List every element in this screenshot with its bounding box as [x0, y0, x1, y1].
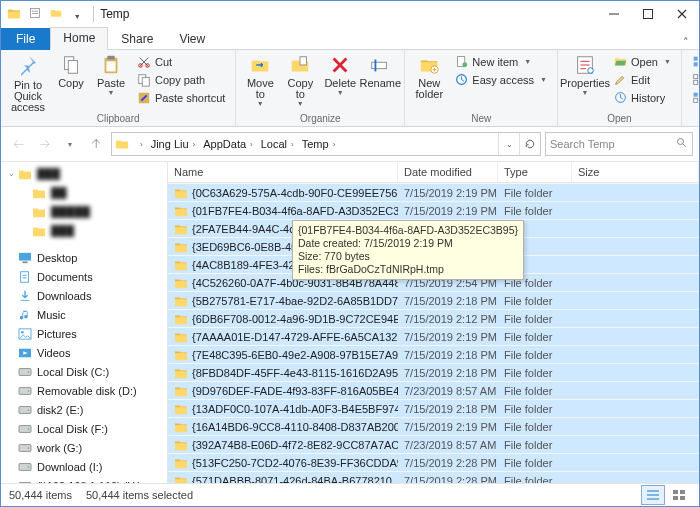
- nav-item[interactable]: Desktop: [1, 248, 167, 267]
- paste-shortcut-button[interactable]: Paste shortcut: [133, 89, 229, 106]
- table-row[interactable]: {5B275781-E717-4bae-92D2-6A85B1DD7...7/1…: [168, 291, 699, 309]
- table-row[interactable]: {513FC250-7CD2-4076-8E39-FF36CDDA9...7/1…: [168, 453, 699, 471]
- nav-item[interactable]: work (G:): [1, 438, 167, 457]
- address-row: 🡠 🡢 ▾ 🡡 › Jing Liu› AppData› Local› Temp…: [1, 127, 699, 162]
- copy-button[interactable]: Copy: [53, 52, 89, 89]
- recent-locations-button[interactable]: ▾: [59, 133, 81, 155]
- large-icons-view-button[interactable]: [667, 485, 691, 505]
- select-none-button[interactable]: Select none: [688, 71, 700, 88]
- navigation-pane[interactable]: ⌄█████████████DesktopDocumentsDownloadsM…: [1, 162, 168, 483]
- copy-path-button[interactable]: Copy path: [133, 71, 229, 88]
- svg-point-42: [21, 331, 24, 334]
- crumb-2[interactable]: Local›: [257, 133, 298, 155]
- nav-item[interactable]: Local Disk (C:): [1, 362, 167, 381]
- rename-button[interactable]: Rename: [362, 52, 398, 89]
- table-row[interactable]: {6DB6F708-0012-4a96-9D1B-9C72CE94EB...7/…: [168, 309, 699, 327]
- maximize-button[interactable]: [631, 1, 665, 27]
- table-row[interactable]: {392A74B8-E06D-4f72-8E82-9CC87A7AC...7/2…: [168, 435, 699, 453]
- cut-button[interactable]: Cut: [133, 53, 229, 70]
- group-organize: Moveto▼ Copyto▼ Delete▼ Rename Organize: [236, 50, 405, 126]
- refresh-button[interactable]: [519, 133, 540, 155]
- history-button[interactable]: History: [610, 89, 675, 106]
- nav-item[interactable]: Download (I:): [1, 457, 167, 476]
- details-view-button[interactable]: [641, 485, 665, 505]
- back-button[interactable]: 🡠: [7, 133, 29, 155]
- tab-home[interactable]: Home: [50, 27, 108, 50]
- col-size[interactable]: Size: [572, 162, 699, 182]
- copy-to-button[interactable]: Copyto▼: [282, 52, 318, 107]
- svg-rect-33: [694, 93, 698, 97]
- close-button[interactable]: [665, 1, 699, 27]
- ribbon: Pin to Quickaccess Copy Paste ▼ Cut Copy…: [1, 50, 699, 127]
- svg-rect-6: [68, 60, 77, 73]
- qat-newfolder-icon[interactable]: [48, 7, 64, 19]
- table-row[interactable]: {16A14BD6-9CC8-4110-8408-D837AB200...7/1…: [168, 417, 699, 435]
- file-list[interactable]: {01FB7FE4-B034-4f6a-8AFD-A3D352EC3B95} D…: [168, 183, 699, 483]
- svg-rect-29: [694, 75, 698, 79]
- minimize-button[interactable]: [597, 1, 631, 27]
- col-date[interactable]: Date modified: [398, 162, 498, 182]
- tab-file[interactable]: File: [1, 28, 50, 50]
- nav-item[interactable]: disk2 (E:): [1, 400, 167, 419]
- paste-button[interactable]: Paste ▼: [93, 52, 129, 96]
- svg-rect-1: [32, 11, 38, 12]
- nav-item[interactable]: █████: [1, 202, 167, 221]
- doc-icon: [17, 270, 33, 284]
- nav-item[interactable]: Pictures: [1, 324, 167, 343]
- table-row[interactable]: {7AAAA01E-D147-4729-AFFE-6A5CA1323...7/1…: [168, 327, 699, 345]
- address-dropdown-icon[interactable]: ⌄: [498, 133, 519, 155]
- nav-item[interactable]: (\\192.168.1.110) (Y:): [1, 476, 167, 483]
- table-row[interactable]: {9D976DEF-FADE-4f93-83FF-816A05BE48...7/…: [168, 381, 699, 399]
- table-row[interactable]: {571DABBB-8071-426d-84BA-B6778210...7/15…: [168, 471, 699, 483]
- nav-item[interactable]: ███: [1, 221, 167, 240]
- svg-point-45: [28, 371, 30, 373]
- collapse-ribbon-icon[interactable]: ˄: [673, 36, 699, 49]
- up-button[interactable]: 🡡: [85, 133, 107, 155]
- move-to-button[interactable]: Moveto▼: [242, 52, 278, 107]
- forward-button[interactable]: 🡢: [33, 133, 55, 155]
- select-all-button[interactable]: Select all: [688, 53, 700, 70]
- svg-rect-25: [694, 57, 698, 61]
- tab-view[interactable]: View: [166, 28, 218, 50]
- svg-rect-65: [680, 490, 685, 494]
- qat-properties-icon[interactable]: [27, 7, 43, 19]
- new-item-button[interactable]: New item▼: [451, 53, 551, 70]
- svg-rect-39: [22, 261, 27, 263]
- crumb-3[interactable]: Temp›: [298, 133, 340, 155]
- disk-icon: [17, 384, 33, 398]
- table-row[interactable]: {13ADF0C0-107A-41db-A0F3-B4E5BF9749...7/…: [168, 399, 699, 417]
- crumb-0[interactable]: Jing Liu›: [147, 133, 200, 155]
- table-row[interactable]: {7E48C395-6EB0-49e2-A908-97B15E7A94...7/…: [168, 345, 699, 363]
- table-row[interactable]: {0C63A629-575A-4cdb-90F0-CE99EE7562...7/…: [168, 183, 699, 201]
- delete-button[interactable]: Delete▼: [322, 52, 358, 96]
- nav-item[interactable]: Removable disk (D:): [1, 381, 167, 400]
- new-folder-button[interactable]: Newfolder: [411, 52, 447, 100]
- qat-dropdown-icon[interactable]: ▼: [69, 13, 85, 20]
- invert-selection-button[interactable]: Invert selection: [688, 89, 700, 106]
- crumb-1[interactable]: AppData›: [199, 133, 256, 155]
- pin-to-quick-access-button[interactable]: Pin to Quickaccess: [7, 52, 49, 113]
- nav-item[interactable]: ⌄███: [1, 164, 167, 183]
- nav-item[interactable]: Music: [1, 305, 167, 324]
- search-box[interactable]: Search Temp: [545, 132, 693, 156]
- tab-share[interactable]: Share: [108, 28, 166, 50]
- col-type[interactable]: Type: [498, 162, 572, 182]
- nav-item[interactable]: Documents: [1, 267, 167, 286]
- nav-item[interactable]: Local Disk (F:): [1, 419, 167, 438]
- col-name[interactable]: Name: [168, 162, 398, 182]
- title-bar: ▼ Temp: [1, 1, 699, 27]
- easy-access-button[interactable]: Easy access▼: [451, 71, 551, 88]
- properties-button[interactable]: Properties▼: [564, 52, 606, 96]
- down-icon: [17, 289, 33, 303]
- nav-item[interactable]: ██: [1, 183, 167, 202]
- svg-point-55: [28, 466, 30, 468]
- nav-item[interactable]: Videos: [1, 343, 167, 362]
- edit-button[interactable]: Edit: [610, 71, 675, 88]
- table-row[interactable]: {8FBD84DF-45FF-4e43-8115-1616D2A956...7/…: [168, 363, 699, 381]
- table-row[interactable]: {01FB7FE4-B034-4f6a-8AFD-A3D352EC3B...7/…: [168, 201, 699, 219]
- address-bar[interactable]: › Jing Liu› AppData› Local› Temp› ⌄: [111, 132, 541, 156]
- nav-item[interactable]: Downloads: [1, 286, 167, 305]
- open-button[interactable]: Open▼: [610, 53, 675, 70]
- crumb-root[interactable]: ›: [132, 133, 147, 155]
- svg-point-37: [678, 139, 684, 145]
